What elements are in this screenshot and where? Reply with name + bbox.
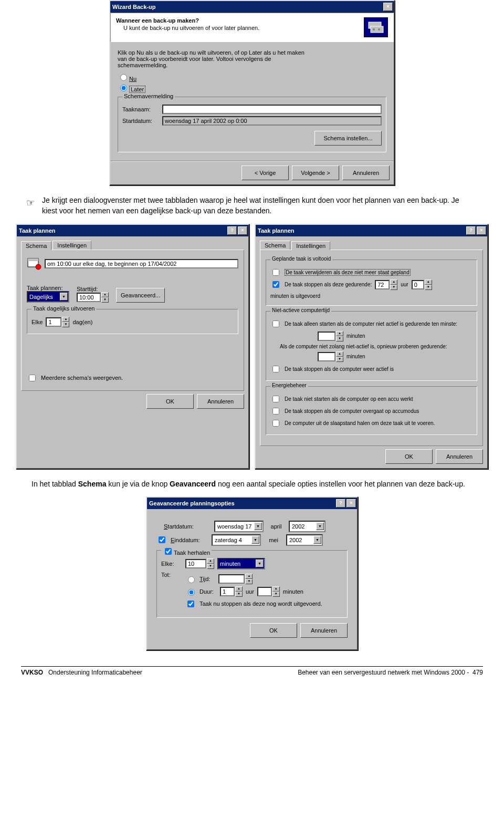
spin-up-icon[interactable]: ▲ [245,574,253,579]
dur-h-spinner[interactable]: ▲▼ [220,586,243,597]
chk-idle-stop[interactable]: De taak stoppen als de computer weer act… [270,364,472,374]
pointing-hand-icon: ☞ [26,196,35,210]
spin-up-icon[interactable]: ▲ [62,317,69,322]
radio-now-label: Nu [129,76,136,82]
svg-point-6 [36,264,41,270]
starttime-label: Starttijd: [77,286,109,292]
tab-schema[interactable]: Schema [21,241,51,250]
chk-stop-duration[interactable]: De taak stoppen als deze gedurende: ▲▼ u… [270,279,472,299]
taskname-input[interactable] [162,105,382,114]
svg-rect-5 [28,258,38,261]
spin-down-icon[interactable]: ▼ [62,322,69,327]
ok-button[interactable]: OK [146,394,194,409]
power-group-legend: Energiebeheer [270,382,308,388]
spin-down-icon[interactable]: ▼ [390,285,397,290]
adv-every-spinner[interactable]: ▲▼ [185,558,214,569]
done-group-legend: Geplande taak is voltooid [270,256,332,262]
prev-button[interactable]: < Vorige [242,165,289,180]
advanced-button[interactable]: Geavanceerd... [116,288,165,303]
spin-down-icon[interactable]: ▼ [336,357,343,362]
spin-down-icon[interactable]: ▼ [336,336,343,341]
idle-min-spinner[interactable]: ▲▼ [318,331,343,341]
idle-retry-spinner[interactable]: ▲▼ [318,351,343,362]
chk-stop-running[interactable]: Taak nu stoppen als deze nog wordt uitge… [185,599,322,609]
spin-down-icon[interactable]: ▼ [235,592,243,597]
plan-select[interactable]: Dagelijks [27,291,69,303]
help-icon[interactable]: ? [336,499,345,508]
adv-enddate-row[interactable]: Einddatum: zaterdag 4 mei 2002 [156,534,348,546]
cancel-button[interactable]: Annuleren [300,623,348,638]
close-icon[interactable]: × [238,226,247,235]
wizard-titlebar: Wizard Back-up × [110,1,394,13]
repeat-group: Taak herhalen Elke: ▲▼ minuten Tot: Tijd… [156,550,348,618]
adv-enddate-select[interactable]: zaterdag 4 [212,534,261,546]
wizard-backup-dialog: Wizard Back-up × Wanneer een back-up mak… [109,0,395,185]
daily-group: Taak dagelijks uitvoeren Elke ▲▼ dag(en) [27,309,238,334]
spin-up-icon[interactable]: ▲ [425,279,432,285]
every-spinner[interactable]: ▲▼ [46,317,69,327]
task-plan-settings-dialog: Taak plannen ? × Schema Instellingen Gep… [255,224,488,469]
calendar-icon [27,257,41,270]
adv-every-unit-select[interactable]: minuten [217,558,265,570]
help-icon[interactable]: ? [466,226,476,235]
done-group: Geplande taak is voltooid De taak verwij… [266,260,477,306]
schema-titlebar: Taak plannen ? × [17,225,248,236]
spin-up-icon[interactable]: ▲ [390,279,397,285]
multiple-schedules-checkbox[interactable]: Meerdere schema's weergeven. [27,373,238,383]
adv-startdate-select[interactable]: woensdag 17 [214,521,264,532]
svg-point-3 [378,28,380,30]
min-spinner[interactable]: ▲▼ [412,279,432,290]
ok-button[interactable]: OK [250,623,297,638]
spin-down-icon[interactable]: ▼ [245,579,253,584]
adv-endyear-select[interactable]: 2002 [286,534,323,546]
spin-up-icon[interactable]: ▲ [235,586,243,592]
spin-up-icon[interactable]: ▲ [272,586,280,592]
tab-settings[interactable]: Instellingen [291,241,330,250]
paragraph-1: ☞ Je krijgt een dialoogvenster met twee … [42,195,472,216]
spin-down-icon[interactable]: ▼ [272,592,280,597]
paragraph-2: In het tabblad Schema kun je via de knop… [32,479,472,489]
chk-power-wake[interactable]: De computer uit de slaapstand halen om d… [270,418,472,428]
chk-delete-task[interactable]: De taak verwijderen als deze niet meer s… [270,267,472,277]
spin-up-icon[interactable]: ▲ [101,292,109,297]
spin-up-icon source[interactable]: ▲ [207,558,214,564]
radio-later[interactable]: Later [118,83,386,92]
close-icon[interactable]: × [477,226,486,235]
svg-rect-1 [371,26,383,33]
chk-idle-start[interactable]: De taak alleen starten als de computer n… [270,319,472,329]
close-icon[interactable]: × [383,3,393,11]
schema-tabs: Schema Instellingen [21,241,244,250]
spin-down-icon[interactable]: ▼ [101,297,109,303]
cancel-button[interactable]: Annuleren [342,165,390,180]
radio-until-time[interactable]: Tijd: ▲▼ [185,574,322,584]
spin-down-icon[interactable]: ▼ [207,564,214,569]
dur-m-spinner[interactable]: ▲▼ [257,586,280,597]
radio-now[interactable]: Nu [118,73,386,82]
adv-startyear-select[interactable]: 2002 [289,521,326,532]
set-schedule-button[interactable]: Schema instellen... [314,131,382,146]
repeat-checkbox[interactable] [165,548,172,555]
wizard-title: Wizard Back-up [112,4,155,10]
taskname-label: Taaknaam: [122,106,159,112]
spin-up-icon[interactable]: ▲ [336,331,343,336]
starttime-spinner[interactable]: ▲▼ [77,292,109,303]
adv-enddate-label: Einddatum: [171,537,208,543]
footer-left: Ondersteuning Informaticabeheer [48,669,142,676]
ok-button[interactable]: OK [385,449,433,464]
close-icon[interactable]: × [346,499,356,508]
cancel-button[interactable]: Annuleren [436,449,483,464]
idle-retry-text: Als de computer niet zolang niet-actief … [270,344,472,349]
spin-up-icon[interactable]: ▲ [336,351,343,357]
spin-down-icon[interactable]: ▼ [425,285,432,290]
tab-settings[interactable]: Instellingen [52,241,91,250]
hours-spinner[interactable]: ▲▼ [375,279,397,290]
settings-tabs: Schema Instellingen [260,241,483,250]
until-time-spinner[interactable]: ▲▼ [218,574,253,584]
next-button[interactable]: Volgende > [292,165,339,180]
chk-power-stop[interactable]: De taak stoppen als de computer overgaat… [270,406,472,416]
radio-until-duration[interactable]: Duur: ▲▼ uur ▲▼ minuten [185,586,322,597]
cancel-button[interactable]: Annuleren [197,394,244,409]
chk-power-battery[interactable]: De taak niet starten als de computer op … [270,394,472,404]
tab-schema[interactable]: Schema [260,241,290,250]
help-icon[interactable]: ? [227,226,237,235]
